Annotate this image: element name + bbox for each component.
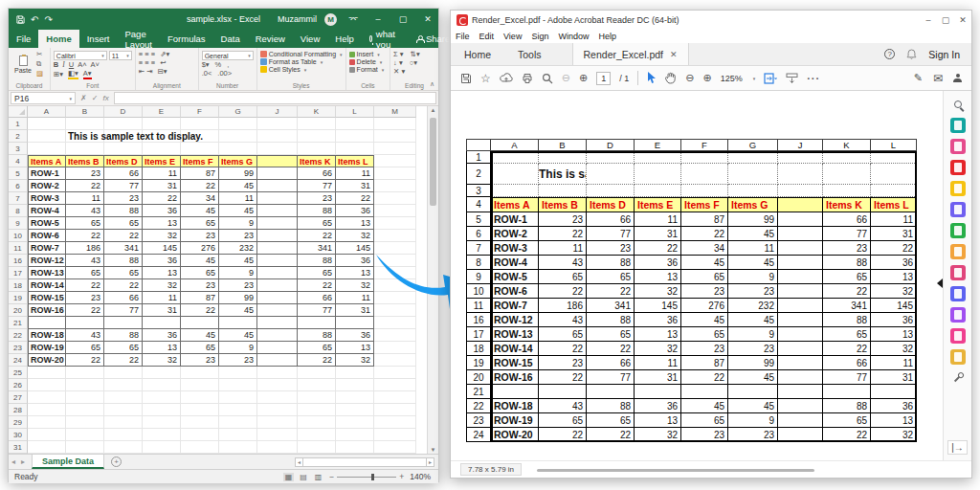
- cell-L21[interactable]: [336, 317, 374, 329]
- cell-F26[interactable]: [181, 379, 219, 391]
- cell-G9[interactable]: 9: [219, 217, 257, 230]
- cell-B29[interactable]: [66, 416, 104, 429]
- row-header-8[interactable]: 8: [9, 205, 28, 217]
- sheet-nav-left-icon[interactable]: ◂: [9, 457, 18, 466]
- cell-D1[interactable]: [104, 118, 143, 130]
- edit-pdf-icon[interactable]: [950, 139, 966, 154]
- ribbon-tab-data[interactable]: Data: [213, 30, 248, 48]
- cell-J30[interactable]: [257, 429, 298, 441]
- normal-view-icon[interactable]: ▦: [283, 473, 295, 481]
- cell-E23[interactable]: 13: [143, 342, 181, 354]
- menu-edit[interactable]: Edit: [475, 32, 500, 41]
- cell-M9[interactable]: [374, 217, 416, 230]
- cell-M27[interactable]: [374, 391, 416, 404]
- sheet-tab[interactable]: Sample Data: [32, 455, 104, 469]
- cell-K17[interactable]: 65: [298, 267, 336, 279]
- cell-M1[interactable]: [374, 118, 416, 130]
- cell-K10[interactable]: 22: [298, 230, 336, 242]
- cell-F16[interactable]: 45: [181, 255, 219, 267]
- row-header-4[interactable]: 4: [9, 155, 28, 167]
- cell-E5[interactable]: 11: [143, 167, 181, 180]
- column-header-K[interactable]: K: [298, 106, 336, 118]
- cell-M25[interactable]: [374, 367, 416, 379]
- cell-L31[interactable]: [336, 441, 374, 454]
- cell-G23[interactable]: 9: [219, 342, 257, 354]
- menu-help[interactable]: Help: [593, 32, 621, 41]
- cell-K25[interactable]: [298, 367, 336, 379]
- cell-D20[interactable]: 77: [104, 304, 143, 317]
- cell-L28[interactable]: [336, 404, 374, 416]
- borders-icon[interactable]: ⊞▾: [54, 71, 63, 78]
- cell-B11[interactable]: 186: [66, 242, 104, 255]
- find-icon[interactable]: [542, 73, 553, 84]
- cell-G7[interactable]: 11: [219, 192, 257, 205]
- cell-K18[interactable]: 22: [298, 279, 336, 292]
- cell-D28[interactable]: [104, 404, 143, 416]
- cell-E16[interactable]: 36: [143, 255, 181, 267]
- cell-D22[interactable]: 88: [104, 329, 143, 342]
- font-size-select[interactable]: 11▾: [109, 51, 132, 60]
- zoom-in-icon[interactable]: +: [399, 472, 404, 481]
- format-cells-button[interactable]: Format▾: [349, 66, 388, 73]
- cell-J2[interactable]: [257, 130, 298, 143]
- cell-E17[interactable]: 13: [143, 267, 181, 279]
- cell-K5[interactable]: 66: [298, 167, 336, 180]
- cell-G20[interactable]: 45: [219, 304, 257, 317]
- format-as-table-button[interactable]: Format as Table▾: [260, 58, 343, 65]
- cell-A25[interactable]: [28, 367, 66, 379]
- cell-B19[interactable]: 23: [66, 292, 104, 304]
- cell-L19[interactable]: 11: [336, 292, 374, 304]
- cell-B8[interactable]: 43: [66, 205, 104, 217]
- cell-B20[interactable]: 22: [66, 304, 104, 317]
- cell-A19[interactable]: ROW-15: [28, 292, 66, 304]
- share-cloud-icon[interactable]: [500, 73, 513, 84]
- cell-E19[interactable]: 11: [143, 292, 181, 304]
- cell-G11[interactable]: 232: [219, 242, 257, 255]
- zoom-level[interactable]: 140%: [410, 472, 431, 481]
- cell-styles-button[interactable]: Cell Styles▾: [260, 66, 343, 73]
- copy-icon[interactable]: ⧉: [36, 60, 43, 68]
- cell-A26[interactable]: [28, 379, 66, 391]
- insert-function-icon[interactable]: fx: [102, 94, 108, 102]
- row-header-6[interactable]: 6: [9, 180, 28, 192]
- cell-F27[interactable]: [181, 391, 219, 404]
- fill-icon[interactable]: ↓ ▾: [393, 59, 403, 67]
- row-header-2[interactable]: 2: [9, 130, 28, 143]
- protect-icon[interactable]: [950, 286, 966, 301]
- menu-view[interactable]: View: [499, 32, 526, 41]
- cell-G8[interactable]: 45: [219, 205, 257, 217]
- cell-D4[interactable]: Items D: [104, 155, 143, 167]
- zoom-level[interactable]: 125%: [721, 74, 743, 83]
- cell-K6[interactable]: 77: [298, 180, 336, 192]
- font-size-up-icon[interactable]: A˄: [78, 61, 86, 69]
- column-header-E[interactable]: E: [143, 106, 181, 118]
- cell-B26[interactable]: [66, 379, 104, 391]
- cell-M5[interactable]: [374, 167, 416, 180]
- cell-M10[interactable]: [374, 230, 416, 242]
- cell-L2[interactable]: [336, 130, 374, 143]
- zoom-in-icon[interactable]: ⊕: [702, 72, 711, 84]
- print-icon[interactable]: [522, 73, 533, 84]
- cell-B28[interactable]: [66, 404, 104, 416]
- cell-M6[interactable]: [374, 180, 416, 192]
- cell-G16[interactable]: 45: [219, 255, 257, 267]
- cell-L26[interactable]: [336, 379, 374, 391]
- ribbon-tab-page-layout[interactable]: Page Layout: [117, 30, 160, 48]
- cell-K22[interactable]: 88: [298, 329, 336, 342]
- column-header-A[interactable]: A: [28, 106, 66, 118]
- cell-K3[interactable]: [298, 143, 336, 155]
- cell-E1[interactable]: [143, 118, 181, 130]
- help-icon[interactable]: ?: [884, 49, 895, 59]
- cell-K27[interactable]: [298, 391, 336, 404]
- cell-E24[interactable]: 32: [143, 354, 181, 367]
- menu-sign[interactable]: Sign: [526, 32, 553, 41]
- cell-M3[interactable]: [374, 143, 416, 155]
- hscroll-track[interactable]: [303, 457, 426, 467]
- column-header-F[interactable]: F: [181, 106, 219, 118]
- request-signatures-icon[interactable]: [950, 328, 966, 344]
- cell-E31[interactable]: [143, 441, 181, 454]
- cell-E8[interactable]: 36: [143, 205, 181, 217]
- page-break-view-icon[interactable]: ▥: [313, 473, 324, 481]
- menu-file[interactable]: File: [451, 32, 475, 41]
- row-header-1[interactable]: 1: [9, 118, 28, 130]
